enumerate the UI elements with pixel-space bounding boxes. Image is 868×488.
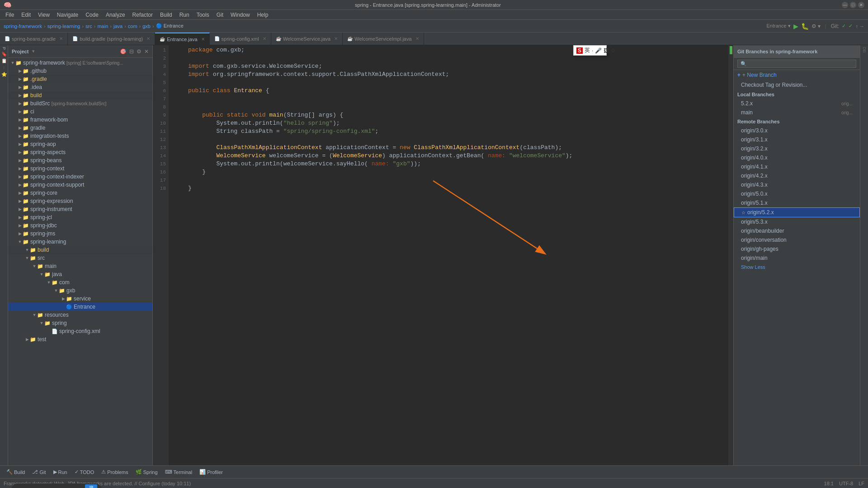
checkout-tag-action[interactable]: Checkout Tag or Revision...: [734, 80, 860, 90]
tree-spring-context-indexer[interactable]: ▶ 📁 spring-context-indexer: [8, 173, 152, 181]
tab-welcome-service-impl[interactable]: ☕ WelcomeServiceImpl.java ✕: [343, 33, 424, 45]
branch-origin-gh-pages[interactable]: origin/gh-pages: [734, 244, 860, 253]
maximize-button[interactable]: □: [850, 2, 856, 8]
ime-lang[interactable]: 英: [585, 47, 590, 54]
search-button[interactable]: 搜索一下: [85, 484, 97, 488]
tool-terminal[interactable]: ⌨ Terminal: [162, 468, 195, 476]
tree-spring-context-support[interactable]: ▶ 📁 spring-context-support: [8, 181, 152, 189]
tab-spring-beans-gradle[interactable]: 📄 spring-beans.gradle ✕: [0, 33, 68, 45]
run-button[interactable]: ▶: [793, 23, 798, 30]
ime-settings-icon[interactable]: ⚙: [611, 47, 616, 54]
branch-origin-main[interactable]: origin/main: [734, 253, 860, 263]
branch-origin-5.1.x[interactable]: origin/5.1.x: [734, 198, 860, 207]
tree-spring-context[interactable]: ▶ 📁 spring-context: [8, 164, 152, 173]
tab-build-gradle[interactable]: 📄 build.gradle (spring-learning) ✕: [68, 33, 155, 45]
tree-spring-config-xml[interactable]: 📄 spring-config.xml: [8, 327, 152, 335]
breadcrumb-spring-framework[interactable]: spring-framework: [4, 23, 42, 29]
menu-window[interactable]: Window: [227, 10, 254, 20]
tree-src[interactable]: ▼ 📁 src: [8, 254, 152, 262]
tree-buildsrc[interactable]: ▶ 📁 buildSrc [spring-framework.buildSrc]: [8, 99, 152, 108]
branch-origin-4.3.x[interactable]: origin/4.3.x: [734, 180, 860, 189]
sidebar-structure-icon[interactable]: 📋: [1, 58, 7, 63]
menu-run[interactable]: Run: [176, 10, 193, 20]
tool-problems[interactable]: ⚠ Problems: [99, 468, 131, 476]
minimize-button[interactable]: —: [842, 2, 848, 8]
tree-spring-folder[interactable]: ▼ 📁 spring: [8, 319, 152, 327]
tree-integration-tests[interactable]: ▶ 📁 integration-tests: [8, 132, 152, 140]
tree-service[interactable]: ▶ 📁 service: [8, 295, 152, 303]
tool-git[interactable]: ⎇ Git: [29, 468, 48, 476]
tab-spring-config-xml[interactable]: 📄 spring-config.xml ✕: [210, 33, 271, 45]
menu-view[interactable]: View: [34, 10, 53, 20]
ime-mic-icon[interactable]: 🎤: [595, 47, 602, 54]
branch-5.2.x[interactable]: 5.2.x orig...: [734, 99, 860, 108]
tree-spring-instrument[interactable]: ▶ 📁 spring-instrument: [8, 205, 152, 213]
panel-settings-icon[interactable]: ⚙: [137, 48, 142, 55]
sidebar-bookmark-icon[interactable]: 🔖: [1, 52, 7, 56]
breadcrumb-com[interactable]: com: [128, 23, 137, 29]
branch-origin-5.0.x[interactable]: origin/5.0.x: [734, 189, 860, 198]
tab-welcome-service[interactable]: ☕ WelcomeService.java ✕: [271, 33, 343, 45]
tool-todo[interactable]: ✓ TODO: [72, 468, 97, 476]
tool-build[interactable]: 🔨 Build: [4, 468, 28, 476]
tree-root[interactable]: ▼ 📁 spring-framework [spring] E:\softwar…: [8, 59, 152, 67]
debug-button[interactable]: 🐛: [801, 23, 809, 30]
tree-build[interactable]: ▶ 📁 build: [8, 91, 152, 99]
locate-file-icon[interactable]: 🎯: [120, 48, 127, 55]
tree-idea[interactable]: ▶ 📁 .idea: [8, 83, 152, 91]
tree-framework-bom[interactable]: ▶ 📁 framework-bom: [8, 116, 152, 124]
tree-spring-beans[interactable]: ▶ 📁 spring-beans: [8, 156, 152, 164]
code-editor[interactable]: package com.gxb; import com.gxb.service.…: [184, 45, 728, 465]
branch-origin-3.1.x[interactable]: origin/3.1.x: [734, 135, 860, 144]
panel-close-icon[interactable]: ✕: [144, 48, 149, 55]
tool-spring[interactable]: 🌿 Spring: [133, 468, 160, 476]
breadcrumb-spring-learning[interactable]: spring-learning: [47, 23, 80, 29]
branch-origin-beanbuilder[interactable]: origin/beanbuilder: [734, 226, 860, 235]
tree-java[interactable]: ▼ 📁 java: [8, 270, 152, 278]
git-search-input[interactable]: [737, 60, 856, 68]
tree-gxb[interactable]: ▼ 📁 gxb: [8, 286, 152, 295]
tree-spring-aspects[interactable]: ▶ 📁 spring-aspects: [8, 148, 152, 156]
branch-origin-4.0.x[interactable]: origin/4.0.x: [734, 153, 860, 162]
collapse-all-icon[interactable]: ⊟: [129, 48, 134, 55]
tree-spring-jdbc[interactable]: ▶ 📁 spring-jdbc: [8, 221, 152, 230]
tree-spring-core[interactable]: ▶ 📁 spring-core: [8, 189, 152, 197]
branch-main[interactable]: main orig...: [734, 108, 860, 117]
database-icon[interactable]: DB: [862, 47, 867, 53]
tree-entrance[interactable]: 🔵 Entrance: [8, 303, 152, 311]
new-branch-action[interactable]: + + New Branch: [734, 70, 860, 80]
menu-build[interactable]: Build: [156, 10, 176, 20]
tree-build2[interactable]: ▼ 📁 build: [8, 246, 152, 254]
close-button[interactable]: ✕: [858, 2, 864, 8]
menu-file[interactable]: File: [2, 10, 18, 20]
branch-origin-5.2.x[interactable]: ☆ origin/5.2.x: [734, 207, 860, 217]
breadcrumb-gxb[interactable]: gxb: [142, 23, 151, 29]
tab-close-entrance-java[interactable]: ✕: [201, 37, 205, 42]
branch-origin-4.1.x[interactable]: origin/4.1.x: [734, 162, 860, 171]
breadcrumb-java[interactable]: java: [113, 23, 123, 29]
tree-gradle2[interactable]: ▶ 📁 gradle: [8, 124, 152, 132]
tool-profiler[interactable]: 📊 Profiler: [197, 468, 226, 476]
tab-close-spring-config-xml[interactable]: ✕: [263, 36, 266, 41]
menu-tools[interactable]: Tools: [193, 10, 213, 20]
ime-dot[interactable]: ·: [592, 47, 593, 54]
tree-spring-jms[interactable]: ▶ 📁 spring-jms: [8, 230, 152, 238]
tree-ci[interactable]: ▶ 📁 ci: [8, 108, 152, 116]
tree-github[interactable]: ▶ 📁 .github: [8, 67, 152, 75]
run-options[interactable]: ⚙ ▾: [811, 23, 821, 29]
tree-spring-learning[interactable]: ▼ 📁 spring-learning: [8, 238, 152, 246]
branch-origin-5.3.x[interactable]: origin/5.3.x: [734, 217, 860, 226]
tab-close-spring-beans-gradle[interactable]: ✕: [59, 36, 63, 41]
sidebar-favorites-icon[interactable]: ⭐: [1, 72, 7, 77]
branch-origin-3.0.x[interactable]: origin/3.0.x: [734, 126, 860, 135]
menu-code[interactable]: Code: [82, 10, 102, 20]
tree-main[interactable]: ▼ 📁 main: [8, 262, 152, 270]
tree-com[interactable]: ▼ 📁 com: [8, 278, 152, 286]
tree-spring-expression[interactable]: ▶ 📁 spring-expression: [8, 197, 152, 205]
tool-run[interactable]: ▶ Run: [51, 468, 70, 476]
tab-close-build-gradle[interactable]: ✕: [146, 36, 150, 41]
breadcrumb-main[interactable]: main: [97, 23, 108, 29]
show-less-button[interactable]: Show Less: [734, 263, 860, 272]
menu-help[interactable]: Help: [254, 10, 272, 20]
branch-origin-4.2.x[interactable]: origin/4.2.x: [734, 171, 860, 180]
